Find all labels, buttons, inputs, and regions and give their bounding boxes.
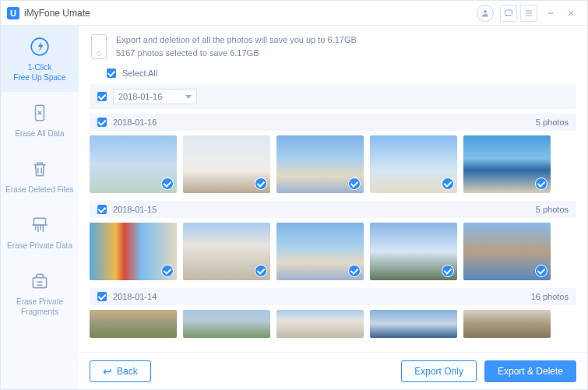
fragments-icon: [28, 269, 51, 293]
check-icon: [161, 265, 174, 277]
photo-thumb[interactable]: [183, 223, 270, 280]
svg-rect-10: [33, 218, 45, 225]
sidebar-item-label: 1-Click Free Up Space: [13, 62, 65, 83]
info-bar: Export and deletion of all the photos wi…: [79, 26, 587, 65]
title-bar: U iMyFone Umate: [1, 1, 587, 26]
sidebar-item-erase-fragments[interactable]: Erase Private Fragments: [1, 260, 79, 326]
date-dropdown[interactable]: 2018-01-16: [113, 89, 197, 104]
thumb-row: [90, 310, 576, 338]
shredder-icon: [28, 213, 51, 237]
date-filter-row: 2018-01-16: [90, 84, 576, 109]
photo-thumb[interactable]: [90, 135, 177, 193]
svg-rect-11: [33, 278, 46, 288]
main-panel: Export and deletion of all the photos wi…: [79, 26, 587, 389]
group-count: 5 photos: [536, 118, 569, 127]
phone-icon: [91, 34, 107, 59]
photo-thumb[interactable]: [276, 135, 364, 193]
account-icon[interactable]: [477, 5, 494, 22]
group-checkbox[interactable]: [97, 205, 107, 214]
photo-thumb[interactable]: [370, 223, 457, 280]
date-filter-checkbox[interactable]: [97, 92, 107, 101]
thumb-row: [90, 135, 576, 193]
group-header: 2018-01-14 16 photos: [90, 288, 576, 305]
check-icon: [255, 177, 267, 190]
group-checkbox[interactable]: [97, 118, 107, 127]
export-only-button[interactable]: Export Only: [401, 360, 477, 382]
select-all-row: Select All: [79, 65, 587, 84]
photo-thumb[interactable]: [463, 223, 551, 280]
photo-thumb[interactable]: [90, 223, 177, 280]
group-date: 2018-01-15: [113, 205, 157, 214]
check-icon: [442, 265, 454, 277]
group-header: 2018-01-16 5 photos: [90, 114, 576, 131]
group-header: 2018-01-15 5 photos: [90, 201, 576, 218]
sidebar-item-erase-private[interactable]: Erase Private Data: [1, 204, 79, 260]
export-delete-button[interactable]: Export & Delete: [484, 360, 576, 382]
photo-thumb[interactable]: [370, 310, 457, 338]
group-date: 2018-01-16: [113, 118, 157, 127]
photo-thumb[interactable]: [463, 135, 551, 193]
group-count: 5 photos: [536, 205, 569, 214]
check-icon: [348, 177, 361, 190]
photo-thumb[interactable]: [183, 135, 270, 193]
sidebar: 1-Click Free Up Space Erase All Data Era…: [1, 26, 79, 389]
svg-rect-1: [505, 10, 512, 16]
sidebar-item-erase-deleted[interactable]: Erase Deleted Files: [1, 148, 79, 204]
broom-icon: [28, 35, 51, 58]
app-logo: U: [7, 7, 19, 19]
trash-icon: [28, 157, 51, 181]
photo-thumb[interactable]: [276, 223, 364, 280]
photo-thumb[interactable]: [90, 310, 177, 338]
app-title: iMyFone Umate: [24, 8, 90, 19]
check-icon: [535, 177, 548, 190]
check-icon: [442, 177, 454, 190]
info-text: Export and deletion of all the photos wi…: [116, 33, 357, 59]
footer-bar: ↩ Back Export Only Export & Delete: [79, 352, 587, 389]
sidebar-item-label: Erase Private Data: [7, 241, 72, 251]
phone-x-icon: [28, 101, 51, 125]
feedback-icon[interactable]: [500, 5, 517, 22]
sidebar-item-label: Erase Private Fragments: [16, 297, 63, 317]
check-icon: [255, 265, 267, 277]
select-all-checkbox[interactable]: [107, 69, 116, 78]
photo-thumb[interactable]: [463, 310, 551, 338]
photo-thumb[interactable]: [276, 310, 364, 338]
dropdown-value: 2018-01-16: [118, 92, 162, 101]
photo-scroll-area[interactable]: 2018-01-16 5 photos 2018-01-15 5 photos: [79, 114, 587, 352]
group-date: 2018-01-14: [113, 292, 157, 301]
photo-thumb[interactable]: [370, 135, 457, 193]
group-count: 16 photos: [531, 292, 569, 301]
check-icon: [348, 265, 361, 277]
sidebar-item-label: Erase Deleted Files: [5, 184, 73, 195]
check-icon: [161, 177, 174, 190]
sidebar-item-erase-all[interactable]: Erase All Data: [1, 92, 79, 148]
minimize-button[interactable]: [540, 5, 561, 22]
photo-thumb[interactable]: [183, 310, 270, 338]
check-icon: [535, 265, 548, 277]
menu-icon[interactable]: [520, 5, 537, 22]
svg-point-0: [484, 10, 487, 13]
select-all-label: Select All: [122, 69, 157, 78]
close-button[interactable]: [561, 5, 581, 22]
group-checkbox[interactable]: [97, 292, 107, 301]
sidebar-item-free-up-space[interactable]: 1-Click Free Up Space: [1, 26, 79, 92]
chevron-down-icon: [185, 95, 192, 99]
back-button[interactable]: ↩ Back: [90, 360, 151, 382]
sidebar-item-label: Erase All Data: [15, 128, 64, 139]
back-arrow-icon: ↩: [103, 366, 112, 377]
thumb-row: [90, 223, 576, 280]
